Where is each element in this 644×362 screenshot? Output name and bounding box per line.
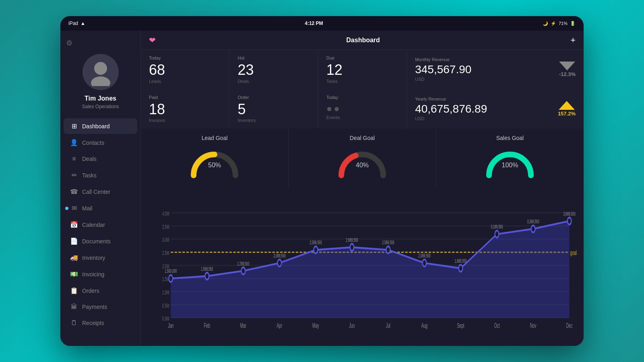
- svg-text:1,589,593: 1,589,593: [201, 266, 213, 272]
- tasks-label: Tasks: [82, 172, 97, 179]
- dashboard-icon: ⊞: [70, 122, 78, 130]
- documents-icon: 📄: [70, 237, 78, 245]
- mail-badge: [65, 207, 68, 210]
- battery-level: 71%: [559, 21, 568, 26]
- inventory-label: Inventory: [82, 255, 105, 261]
- app-container: ⚙ Tim Jones Sales Operations ⊞ Dashboard…: [60, 31, 584, 346]
- add-button[interactable]: +: [570, 35, 576, 45]
- svg-text:0.0M: 0.0M: [162, 316, 169, 322]
- status-bar: iPad ▲ 4:12 PM 🌙 ⚡ 71% 🔋: [60, 16, 584, 31]
- orders-icon: 📋: [70, 287, 78, 294]
- stat-sublabel-inventory: Inventory: [237, 118, 310, 123]
- settings-icon[interactable]: ⚙: [66, 39, 72, 47]
- user-name: Tim Jones: [85, 95, 116, 102]
- deal-goal-pct: 40%: [356, 162, 369, 169]
- deal-goal-title: Deal Goal: [350, 135, 375, 141]
- svg-text:Apr: Apr: [277, 322, 283, 329]
- svg-text:Oct: Oct: [494, 322, 500, 329]
- sales-goal-card: Sales Goal 100%: [436, 128, 584, 188]
- sidebar-item-callcenter[interactable]: ☎ Call Center: [64, 184, 137, 200]
- monthly-change-pct: -12.3%: [559, 71, 576, 77]
- stat-sublabel-deals: Deals: [237, 79, 310, 84]
- sidebar-item-receipts[interactable]: 🗒 Receipts: [64, 315, 137, 331]
- battery-icon: 🔋: [570, 21, 576, 26]
- svg-text:2,689,593: 2,689,593: [346, 237, 358, 243]
- svg-text:0.5M: 0.5M: [162, 302, 169, 309]
- sidebar-item-invoicing[interactable]: 💵 Invoicing: [64, 266, 137, 282]
- monthly-revenue-card: Monthly Revenue 345,567.90 USD -12.3%: [407, 50, 584, 89]
- sidebar-item-calendar[interactable]: 📅 Calendar: [64, 217, 137, 232]
- stat-sublabel-tasks: Tasks: [326, 79, 398, 84]
- sidebar-item-documents[interactable]: 📄 Documents: [64, 233, 137, 249]
- stat-value-inventory: 5: [237, 101, 310, 117]
- stat-card-tasks: Due 12 Tasks: [318, 50, 407, 89]
- sidebar-item-contacts[interactable]: 👤 Contacts: [64, 135, 137, 150]
- callcenter-label: Call Center: [82, 189, 110, 195]
- page-title: Dashboard: [346, 37, 380, 44]
- calendar-label: Calendar: [82, 222, 105, 228]
- svg-text:Jan: Jan: [168, 322, 173, 329]
- up-arrow-icon: [559, 101, 575, 110]
- yearly-revenue-info: Yearly Revenue 40,675,876.89 USD: [415, 97, 558, 121]
- deal-goal-gauge: 40%: [336, 145, 388, 181]
- orders-label: Orders: [82, 288, 99, 294]
- avatar: [83, 54, 119, 90]
- calendar-icon: 📅: [70, 221, 78, 228]
- sidebar-item-payments[interactable]: 🏛 Payments: [64, 299, 137, 315]
- svg-text:Mar: Mar: [240, 322, 247, 329]
- svg-point-0: [94, 62, 107, 75]
- stat-label-tasks: Due: [326, 56, 398, 60]
- device-frame: iPad ▲ 4:12 PM 🌙 ⚡ 71% 🔋 ⚙ Tim Jones Sal…: [60, 16, 584, 346]
- sidebar-item-inventory[interactable]: 🚚 Inventory: [64, 250, 137, 265]
- svg-text:3,189,593: 3,189,593: [491, 224, 503, 230]
- svg-text:1,889,593: 1,889,593: [454, 258, 467, 264]
- wifi-icon: ▲: [80, 21, 85, 26]
- svg-text:2.5M: 2.5M: [162, 250, 169, 256]
- sidebar-item-mail[interactable]: ✉ Mail: [64, 200, 137, 216]
- svg-point-44: [568, 218, 572, 224]
- svg-text:3,689,593: 3,689,593: [563, 211, 576, 217]
- stat-value-tasks: 12: [326, 62, 398, 78]
- svg-point-32: [350, 244, 354, 251]
- yearly-revenue-change: 157.2%: [558, 101, 576, 117]
- sidebar-item-orders[interactable]: 📋 Orders: [64, 283, 137, 298]
- svg-text:Sept: Sept: [457, 322, 464, 329]
- sidebar-item-tasks[interactable]: ✏ Tasks: [64, 167, 137, 183]
- svg-text:4.0M: 4.0M: [162, 211, 169, 217]
- stat-label-inventory: Order: [237, 95, 310, 100]
- yearly-revenue-label: Yearly Revenue: [415, 97, 558, 101]
- monthly-revenue-value: 345,567.90: [415, 64, 559, 76]
- stats-row-1: Today 68 Leads Hot 23 Deals Due 12 Tasks…: [141, 50, 584, 89]
- deals-icon: ≡: [70, 155, 78, 162]
- sidebar-item-dashboard[interactable]: ⊞ Dashboard: [64, 118, 137, 134]
- chart-section: 0.0M0.5M1.0M1.5M2.0M2.5M3.0M3.5M4.0Mgoal…: [141, 188, 584, 346]
- sidebar-item-deals[interactable]: ≡ Deals: [64, 151, 137, 167]
- bluetooth-icon: ⚡: [551, 21, 556, 26]
- deals-label: Deals: [82, 156, 97, 162]
- documents-label: Documents: [82, 238, 111, 245]
- stats-row-2: Paid 18 Invoices Order 5 Inventory Today…: [141, 89, 584, 129]
- callcenter-icon: ☎: [70, 188, 78, 195]
- lead-goal-title: Lead Goal: [202, 135, 228, 141]
- svg-text:1.5M: 1.5M: [162, 276, 169, 282]
- stat-card-inventory: Order 5 Inventory: [229, 89, 318, 129]
- lead-goal-gauge: 50%: [188, 145, 241, 181]
- stat-sublabel-leads: Leads: [149, 79, 221, 84]
- sales-goal-gauge: 100%: [484, 145, 536, 181]
- svg-point-42: [531, 226, 535, 232]
- svg-point-26: [241, 267, 245, 274]
- stat-value-leads: 68: [149, 62, 221, 78]
- svg-point-30: [314, 247, 318, 253]
- stat-sublabel-invoices: Invoices: [149, 118, 221, 123]
- goals-section: Lead Goal 50% Deal Goal 40% Sales Goal: [141, 128, 584, 188]
- stat-value-deals: 23: [237, 62, 310, 78]
- svg-text:3.0M: 3.0M: [162, 237, 169, 243]
- svg-text:3,389,593: 3,389,593: [527, 219, 539, 224]
- svg-text:1.0M: 1.0M: [162, 290, 169, 296]
- status-bar-time: 4:12 PM: [305, 21, 323, 26]
- inventory-icon: 🚚: [70, 254, 78, 261]
- device-label: iPad: [68, 21, 78, 26]
- stat-label-events: Today: [326, 95, 398, 100]
- yearly-revenue-card: Yearly Revenue 40,675,876.89 USD 157.2%: [407, 89, 584, 129]
- svg-text:Nov: Nov: [530, 322, 537, 329]
